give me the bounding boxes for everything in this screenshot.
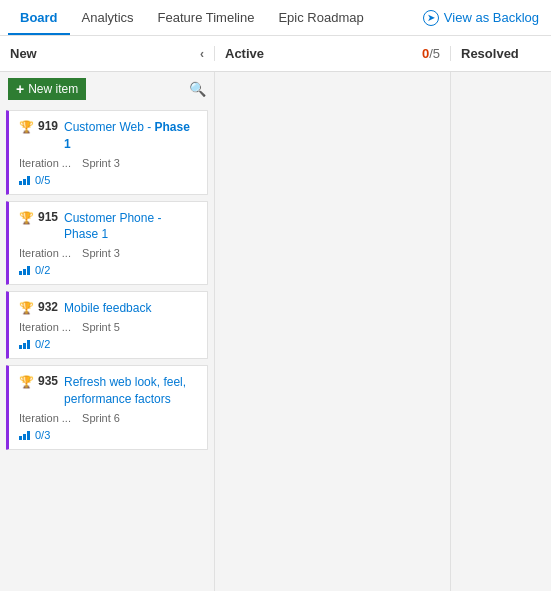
active-column-label: Active [225,46,264,61]
card-footer: 0/3 [19,429,197,441]
iteration-label: Iteration ... [19,157,71,169]
active-count-total: /5 [429,46,440,61]
tab-board[interactable]: Board [8,2,70,35]
card-id: 915 [38,210,58,224]
resolved-column [451,72,551,591]
story-points-icon [19,175,30,185]
card-meta: Iteration ... Sprint 3 [19,247,197,259]
trophy-icon: 🏆 [19,301,34,315]
iteration-label: Iteration ... [19,412,71,424]
sprint-label: Sprint 3 [82,157,120,169]
trophy-icon: 🏆 [19,375,34,389]
sprint-label: Sprint 3 [82,247,120,259]
progress-label: 0/2 [35,338,50,350]
trophy-icon: 🏆 [19,211,34,225]
card-footer: 0/2 [19,338,197,350]
card-title: Refresh web look, feel, performance fact… [64,374,197,408]
card-meta: Iteration ... Sprint 3 [19,157,197,169]
new-column-label: New [10,46,37,61]
card-id: 932 [38,300,58,314]
resolved-column-label: Resolved [461,46,519,61]
card-919[interactable]: 🏆 919 Customer Web - Phase 1 Iteration .… [6,110,208,195]
card-932[interactable]: 🏆 932 Mobile feedback Iteration ... Spri… [6,291,208,359]
card-footer: 0/2 [19,264,197,276]
card-915[interactable]: 🏆 915 Customer Phone - Phase 1 Iteration… [6,201,208,286]
tab-analytics[interactable]: Analytics [70,2,146,35]
card-footer: 0/5 [19,174,197,186]
progress-label: 0/3 [35,429,50,441]
story-points-icon [19,265,30,275]
story-points-icon [19,430,30,440]
app: Board Analytics Feature Timeline Epic Ro… [0,0,551,591]
story-points-icon [19,339,30,349]
top-nav: Board Analytics Feature Timeline Epic Ro… [0,0,551,36]
card-title: Customer Web - Phase 1 [64,119,197,153]
card-935[interactable]: 🏆 935 Refresh web look, feel, performanc… [6,365,208,450]
sprint-label: Sprint 6 [82,412,120,424]
card-id: 935 [38,374,58,388]
card-title-row: 🏆 935 Refresh web look, feel, performanc… [19,374,197,408]
card-title-row: 🏆 915 Customer Phone - Phase 1 [19,210,197,244]
iteration-label: Iteration ... [19,247,71,259]
active-count: 0/5 [422,46,440,61]
cards-list: 🏆 919 Customer Web - Phase 1 Iteration .… [0,106,214,591]
columns-body: + New item 🔍 🏆 919 Customer Web - Phase … [0,72,551,591]
active-column [215,72,451,591]
card-meta: Iteration ... Sprint 5 [19,321,197,333]
col-header-resolved: Resolved [451,46,551,61]
card-title: Customer Phone - Phase 1 [64,210,197,244]
tab-epic-roadmap[interactable]: Epic Roadmap [266,2,375,35]
new-column: + New item 🔍 🏆 919 Customer Web - Phase … [0,72,215,591]
collapse-arrow-icon[interactable]: ‹ [200,47,204,61]
col-header-new: New ‹ [0,46,215,61]
progress-label: 0/5 [35,174,50,186]
plus-icon: + [16,81,24,97]
backlog-arrow-icon: ➤ [423,10,439,26]
search-button[interactable]: 🔍 [189,81,206,97]
sprint-label: Sprint 5 [82,321,120,333]
view-as-backlog-button[interactable]: ➤ View as Backlog [411,10,551,26]
tab-feature-timeline[interactable]: Feature Timeline [146,2,267,35]
new-toolbar: + New item 🔍 [0,72,214,106]
card-title-row: 🏆 919 Customer Web - Phase 1 [19,119,197,153]
new-item-button[interactable]: + New item [8,78,86,100]
columns-header: New ‹ Active 0/5 Resolved [0,36,551,72]
card-title: Mobile feedback [64,300,151,317]
card-meta: Iteration ... Sprint 6 [19,412,197,424]
trophy-icon: 🏆 [19,120,34,134]
card-title-row: 🏆 932 Mobile feedback [19,300,197,317]
col-header-active: Active 0/5 [215,46,451,61]
search-icon: 🔍 [189,81,206,97]
card-id: 919 [38,119,58,133]
progress-label: 0/2 [35,264,50,276]
iteration-label: Iteration ... [19,321,71,333]
board-container: New ‹ Active 0/5 Resolved + New item [0,36,551,591]
